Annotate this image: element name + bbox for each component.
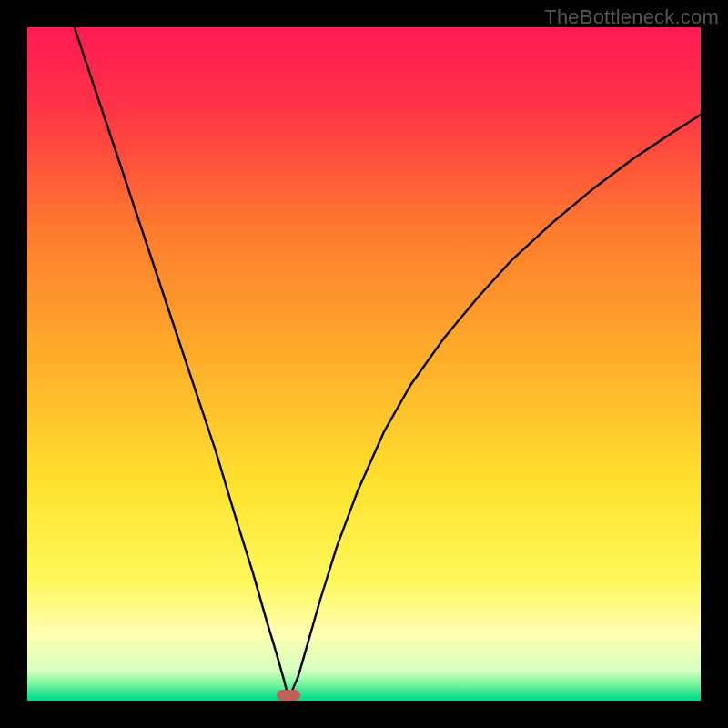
chart-frame: TheBottleneck.com [0,0,728,728]
watermark-text: TheBottleneck.com [544,5,719,29]
plot-svg [27,27,701,701]
optimal-point-marker [277,690,300,701]
gradient-bg [27,27,701,701]
plot-area [27,27,701,701]
